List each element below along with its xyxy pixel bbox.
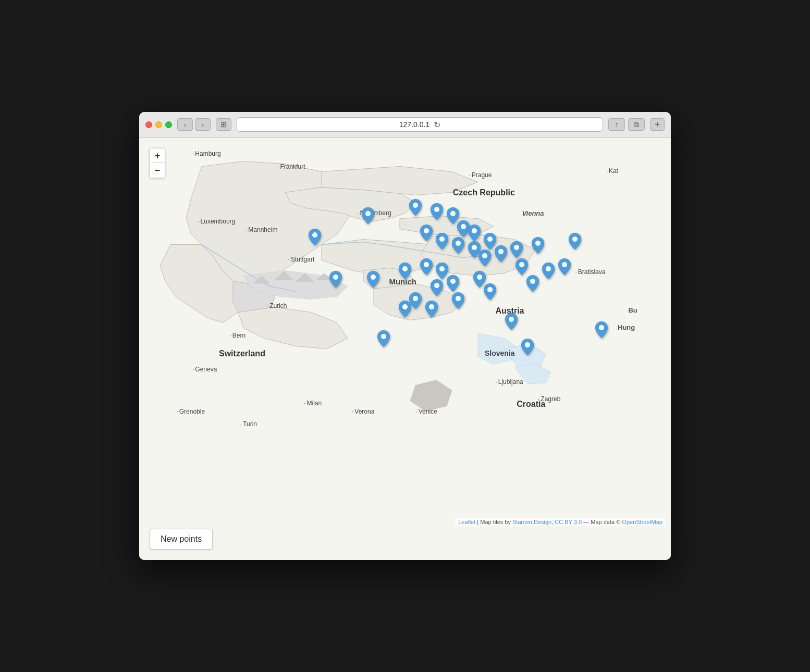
address-bar[interactable]: 127.0.0.1 ↻ xyxy=(237,117,603,132)
map-pin[interactable] xyxy=(452,237,464,256)
browser-actions: ↑ ⧉ xyxy=(608,118,645,131)
svg-point-35 xyxy=(509,317,514,322)
map-pin[interactable] xyxy=(558,258,571,277)
svg-point-19 xyxy=(562,262,567,267)
map-pin[interactable] xyxy=(468,225,481,243)
map-pin[interactable] xyxy=(420,225,433,243)
tabs-button[interactable]: ⧉ xyxy=(628,118,645,131)
svg-point-11 xyxy=(472,245,477,250)
svg-point-16 xyxy=(535,241,541,246)
map-pin[interactable] xyxy=(478,250,491,268)
map-pin[interactable] xyxy=(329,271,342,290)
svg-point-15 xyxy=(514,245,519,250)
map-pin[interactable] xyxy=(399,263,411,281)
map-pin[interactable] xyxy=(569,233,581,252)
url-text: 127.0.0.1 xyxy=(399,120,429,129)
svg-point-21 xyxy=(333,275,338,280)
svg-point-1 xyxy=(312,232,317,238)
svg-point-18 xyxy=(546,266,551,271)
svg-point-23 xyxy=(402,266,408,271)
map-pin[interactable] xyxy=(505,313,518,332)
map-pin[interactable] xyxy=(431,203,443,222)
map-pin[interactable] xyxy=(516,258,528,277)
map-pin[interactable] xyxy=(595,321,608,340)
share-button[interactable]: ↑ xyxy=(608,118,625,131)
svg-point-34 xyxy=(381,334,386,339)
svg-point-10 xyxy=(456,241,461,246)
leaflet-link[interactable]: Leaflet xyxy=(458,519,475,525)
map-pin[interactable] xyxy=(452,292,464,311)
map-attribution: Leaflet | Map tiles by Stamen Design, CC… xyxy=(455,518,666,526)
map-pin[interactable] xyxy=(362,207,374,226)
sidebar-icon: ⊞ xyxy=(220,120,227,129)
svg-point-4 xyxy=(434,207,439,212)
map-pin[interactable] xyxy=(495,245,507,264)
svg-point-13 xyxy=(482,253,487,258)
sidebar-button[interactable]: ⊞ xyxy=(216,118,231,131)
svg-point-9 xyxy=(472,228,477,233)
svg-point-37 xyxy=(599,325,604,330)
map-pin[interactable] xyxy=(425,301,438,319)
map-pin[interactable] xyxy=(532,237,544,256)
svg-point-8 xyxy=(461,224,466,229)
new-points-button[interactable]: New points xyxy=(150,529,213,550)
map-pin[interactable] xyxy=(399,301,411,319)
osm-link[interactable]: OpenStreetMap xyxy=(622,519,662,525)
svg-point-6 xyxy=(424,228,429,233)
map-pin[interactable] xyxy=(436,233,448,252)
nav-buttons: ‹ › xyxy=(177,118,211,131)
svg-point-22 xyxy=(371,275,376,280)
svg-point-3 xyxy=(413,203,418,208)
tabs-icon: ⧉ xyxy=(634,120,639,129)
svg-point-36 xyxy=(525,342,530,347)
map-pin[interactable] xyxy=(521,339,534,357)
svg-point-12 xyxy=(487,237,493,242)
map-pin[interactable] xyxy=(526,275,539,294)
reload-button[interactable]: ↻ xyxy=(434,120,440,130)
cc-link[interactable]: CC BY 3.0 xyxy=(555,519,582,525)
browser-chrome: ‹ › ⊞ 127.0.0.1 ↻ ↑ ⧉ + xyxy=(139,112,671,138)
svg-point-2 xyxy=(365,211,371,216)
map-pin[interactable] xyxy=(484,283,496,302)
svg-point-38 xyxy=(530,279,535,284)
svg-point-5 xyxy=(450,211,456,216)
map-pin[interactable] xyxy=(510,241,523,260)
svg-point-25 xyxy=(439,266,445,271)
map-pin[interactable] xyxy=(542,263,555,281)
svg-point-33 xyxy=(402,304,408,309)
map-pin[interactable] xyxy=(447,275,459,294)
zoom-controls: + − xyxy=(150,148,165,178)
forward-button[interactable]: › xyxy=(195,118,211,131)
svg-point-32 xyxy=(429,304,434,309)
zoom-out-button[interactable]: − xyxy=(150,163,165,178)
map-pin[interactable] xyxy=(431,279,443,298)
svg-point-27 xyxy=(450,279,456,284)
minimize-button[interactable] xyxy=(155,121,162,128)
map-pin[interactable] xyxy=(309,229,321,247)
plus-icon: + xyxy=(655,119,660,130)
stamen-link[interactable]: Stamen Design xyxy=(512,519,551,525)
svg-point-7 xyxy=(439,237,445,242)
map-pin[interactable] xyxy=(409,199,422,218)
map-pin[interactable] xyxy=(377,330,390,349)
svg-point-31 xyxy=(413,296,418,301)
svg-point-17 xyxy=(519,262,524,267)
new-tab-button[interactable]: + xyxy=(650,118,665,131)
back-button[interactable]: ‹ xyxy=(177,118,193,131)
close-button[interactable] xyxy=(145,121,152,128)
map-background xyxy=(139,138,671,560)
browser-window: ‹ › ⊞ 127.0.0.1 ↻ ↑ ⧉ + xyxy=(139,112,671,560)
traffic-lights xyxy=(145,121,172,128)
map-container[interactable]: Frankfurt Hamburg Luxembourg Mannheim St… xyxy=(139,138,671,560)
svg-point-24 xyxy=(424,262,429,267)
zoom-in-button[interactable]: + xyxy=(150,148,165,163)
maximize-button[interactable] xyxy=(165,121,172,128)
svg-point-26 xyxy=(434,283,439,288)
svg-point-29 xyxy=(477,275,482,280)
svg-point-20 xyxy=(572,237,578,242)
share-icon: ↑ xyxy=(615,120,619,129)
svg-point-30 xyxy=(487,287,493,292)
svg-point-14 xyxy=(498,249,504,254)
map-pin[interactable] xyxy=(367,271,379,290)
map-pin[interactable] xyxy=(420,258,433,277)
